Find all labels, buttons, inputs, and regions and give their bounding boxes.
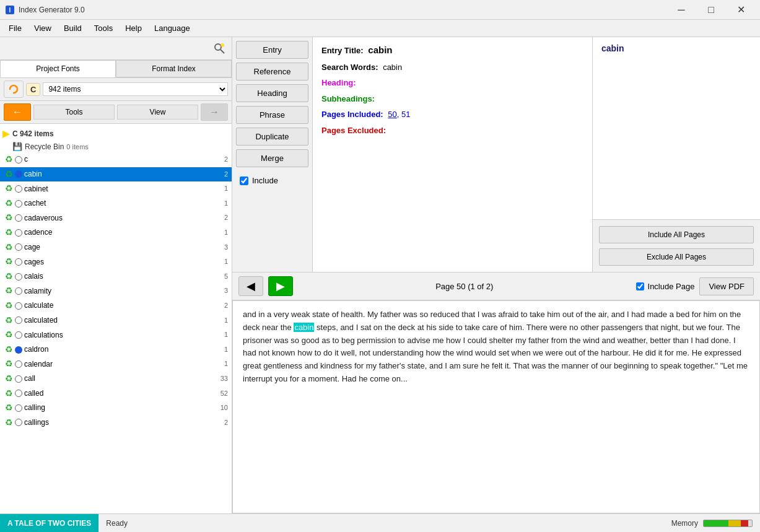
include-page-row: Include Page	[636, 282, 695, 291]
window-controls: ─ □ ✕	[667, 0, 755, 20]
app-icon: I	[5, 5, 15, 15]
tree-item[interactable]: ♻calculate2	[0, 299, 232, 313]
include-all-pages-button[interactable]: Include All Pages	[599, 226, 754, 243]
svg-line-3	[221, 50, 224, 53]
tree-item[interactable]: ♻cadence1	[0, 225, 232, 240]
recycle-green-icon: ♻	[5, 168, 13, 181]
tree-item-count: 1	[224, 359, 228, 368]
tree-item[interactable]: ♻cadaverous2	[0, 211, 232, 225]
back-button[interactable]: ←	[4, 103, 31, 121]
tree-item[interactable]: ♻cages1	[0, 255, 232, 269]
tree-item[interactable]: ♻cachet1	[0, 196, 232, 211]
action-buttons: Include All Pages Exclude All Pages	[593, 220, 760, 272]
buttons-column: Entry Reference Heading Phrase Duplicate…	[232, 37, 313, 272]
title-panel: cabin Include All Pages Exclude All Page…	[593, 37, 760, 272]
root-label: C 942 items	[12, 129, 54, 138]
recycle-green-icon: ♻	[5, 373, 13, 385]
menu-tools[interactable]: Tools	[88, 21, 119, 35]
recycle-green-icon: ♻	[5, 285, 13, 297]
tree-item-name: calculated	[24, 315, 222, 326]
tree-item[interactable]: ♻c2	[0, 152, 232, 167]
view-pdf-button[interactable]: View PDF	[699, 277, 754, 295]
svg-point-4	[221, 43, 224, 47]
svg-point-2	[215, 44, 221, 50]
tab-format-index[interactable]: Format Index	[116, 60, 232, 77]
tree-item[interactable]: ♻cabin2	[0, 167, 232, 182]
forward-button[interactable]: →	[201, 103, 228, 121]
recycle-green-icon: ♻	[5, 212, 13, 224]
tree-item[interactable]: ♻calamity3	[0, 284, 232, 299]
empty-circle-icon	[15, 214, 22, 222]
exclude-all-pages-button[interactable]: Exclude All Pages	[599, 248, 754, 266]
empty-circle-icon	[15, 200, 22, 207]
empty-circle-icon	[15, 404, 22, 412]
tools-button[interactable]: Tools	[33, 105, 115, 120]
menu-language[interactable]: Language	[148, 21, 196, 35]
phrase-button[interactable]: Phrase	[236, 106, 308, 124]
recycle-green-icon: ♻	[5, 242, 13, 254]
empty-circle-icon	[15, 360, 22, 368]
tab-project-fonts[interactable]: Project Fonts	[0, 60, 116, 77]
menu-build[interactable]: Build	[58, 21, 88, 35]
tree-item-count: 1	[224, 345, 228, 354]
subheadings-line: Subheadings:	[321, 93, 583, 105]
tree-item-name: cabin	[24, 169, 222, 180]
refresh-button[interactable]	[4, 81, 24, 98]
close-button[interactable]: ✕	[727, 0, 755, 20]
tree-item-count: 2	[224, 155, 228, 164]
empty-circle-icon	[15, 273, 22, 281]
include-page-checkbox[interactable]	[636, 282, 644, 290]
entry-title-display: cabin	[593, 37, 760, 220]
folder-icon: ▶	[2, 128, 10, 139]
reference-button[interactable]: Reference	[236, 63, 308, 81]
tree-item-name: cages	[24, 257, 222, 268]
entry-title-label: Entry Title:	[321, 46, 364, 55]
pdf-forward-button[interactable]: ▶	[268, 276, 293, 296]
tree-item[interactable]: ♻calculations1	[0, 328, 232, 342]
menu-file[interactable]: File	[2, 21, 28, 35]
search-button[interactable]	[211, 40, 228, 57]
menu-help[interactable]: Help	[119, 21, 148, 35]
tree-item[interactable]: ♻call33	[0, 372, 232, 386]
duplicate-button[interactable]: Duplicate	[236, 128, 308, 146]
heading-button[interactable]: Heading	[236, 84, 308, 102]
tree-item-name: cadence	[24, 227, 222, 238]
memory-yellow-segment	[728, 520, 741, 526]
pdf-navigation: ◀ ▶ Page 50 (1 of 2) Include Page View P…	[232, 273, 760, 300]
pdf-back-button[interactable]: ◀	[238, 276, 263, 296]
recycle-label: Recycle Bin	[25, 142, 64, 151]
pages-included-label: Pages Included:	[321, 110, 383, 119]
tree-item[interactable]: ♻calculated1	[0, 313, 232, 328]
tree-item-count: 2	[224, 418, 228, 427]
tree-item[interactable]: ♻cage3	[0, 240, 232, 255]
recycle-green-icon: ♻	[5, 329, 13, 341]
tree-item-count: 1	[224, 316, 228, 325]
recycle-green-icon: ♻	[5, 154, 13, 166]
include-checkbox[interactable]	[240, 177, 248, 185]
tree-item[interactable]: ♻calendar1	[0, 357, 232, 372]
tree-item[interactable]: ♻callings2	[0, 416, 232, 430]
filter-letter: C	[26, 83, 40, 96]
tree-item-name: called	[24, 388, 219, 399]
tree-item[interactable]: ♻cabinet1	[0, 181, 232, 196]
tree-item[interactable]: ♻calling10	[0, 401, 232, 416]
heading-line: Heading:	[321, 77, 583, 89]
pages-excluded-line: Pages Excluded:	[321, 124, 583, 137]
merge-button[interactable]: Merge	[236, 149, 308, 167]
heading-label: Heading:	[321, 78, 356, 87]
menu-view[interactable]: View	[28, 21, 58, 35]
recycle-green-icon: ♻	[5, 388, 13, 400]
tree-item[interactable]: ♻called52	[0, 386, 232, 401]
tree-item[interactable]: ♻caldron1	[0, 342, 232, 357]
tree-item[interactable]: ♻calais5	[0, 269, 232, 284]
tree-root[interactable]: ▶ C 942 items	[0, 126, 232, 141]
maximize-button[interactable]: □	[697, 0, 725, 20]
view-button[interactable]: View	[117, 105, 198, 120]
status-app-name: A TALE OF TWO CITIES	[0, 514, 98, 532]
tree-item-name: call	[24, 373, 219, 384]
filter-dropdown[interactable]: 942 items	[43, 82, 228, 96]
tree-item-count: 33	[221, 374, 228, 383]
minimize-button[interactable]: ─	[667, 0, 696, 20]
search-bar	[0, 37, 232, 60]
entry-button[interactable]: Entry	[236, 41, 308, 59]
